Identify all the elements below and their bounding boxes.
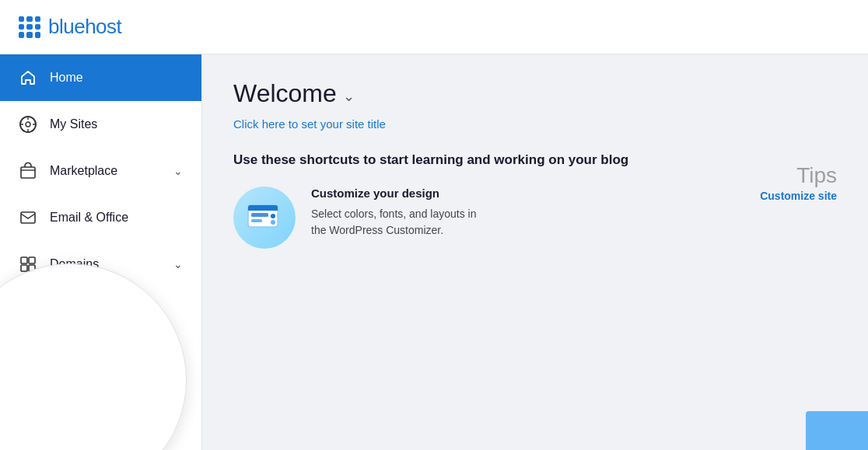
shortcuts-row: Customize your design Select colors, fon… <box>233 187 837 249</box>
svg-rect-2 <box>21 167 35 178</box>
domains-chevron-icon: ⌄ <box>173 258 183 270</box>
sidebar-item-email-label: Email & Office <box>50 211 183 225</box>
sidebar-item-my-sites[interactable]: My Sites <box>0 101 201 148</box>
domains-icon <box>19 255 37 274</box>
logo-text: bluehost <box>48 15 121 39</box>
blue-accent-rect <box>806 411 868 450</box>
svg-rect-12 <box>251 219 262 222</box>
svg-rect-5 <box>29 257 35 263</box>
shortcut-card-customize: Customize your design Select colors, fon… <box>233 187 837 249</box>
logo-grid-icon <box>19 16 40 38</box>
sidebar-item-my-sites-label: My Sites <box>50 117 183 131</box>
customize-design-icon <box>233 187 296 249</box>
shortcut-content: Customize your design Select colors, fon… <box>311 187 744 239</box>
svg-rect-6 <box>21 265 27 271</box>
tips-label: Tips <box>796 163 837 188</box>
marketplace-icon <box>19 162 37 180</box>
logo: bluehost <box>19 15 121 39</box>
sidebar-item-domains-label: Domains <box>50 257 161 271</box>
svg-rect-10 <box>248 208 278 211</box>
sidebar-item-home[interactable]: Home <box>0 54 201 101</box>
sidebar-item-marketplace-label: Marketplace <box>50 164 161 178</box>
sidebar-item-home-label: Home <box>50 71 183 85</box>
customize-site-link[interactable]: Customize site <box>760 190 837 202</box>
sidebar: Home My Sites M <box>0 54 202 450</box>
header: bluehost <box>0 0 868 54</box>
svg-rect-11 <box>251 213 268 217</box>
email-icon <box>19 208 37 227</box>
shortcut-description: Select colors, fonts, and layouts in the… <box>311 206 482 239</box>
svg-rect-4 <box>21 257 27 263</box>
svg-point-1 <box>26 122 30 127</box>
main-content: Welcome ⌄ Click here to set your site ti… <box>202 54 868 450</box>
page-title-row: Welcome ⌄ <box>233 79 837 108</box>
sidebar-item-marketplace[interactable]: Marketplace ⌄ <box>0 148 201 194</box>
shortcuts-heading: Use these shortcuts to start learning an… <box>233 152 837 168</box>
svg-point-13 <box>271 214 275 218</box>
svg-rect-3 <box>21 212 35 223</box>
zoom-overlay <box>0 263 187 450</box>
svg-point-14 <box>271 220 275 225</box>
home-icon <box>19 68 37 87</box>
sidebar-item-domains[interactable]: Domains ⌄ <box>0 241 201 288</box>
main-layout: Home My Sites M <box>0 54 868 450</box>
sidebar-item-email-office[interactable]: Email & Office <box>0 194 201 241</box>
shortcut-title: Customize your design <box>311 187 744 200</box>
welcome-chevron-icon[interactable]: ⌄ <box>343 88 355 105</box>
marketplace-chevron-icon: ⌄ <box>173 165 183 177</box>
wordpress-icon <box>19 115 37 134</box>
svg-rect-7 <box>29 265 35 271</box>
set-site-title-link[interactable]: Click here to set your site title <box>233 117 386 131</box>
page-title: Welcome <box>233 79 337 108</box>
